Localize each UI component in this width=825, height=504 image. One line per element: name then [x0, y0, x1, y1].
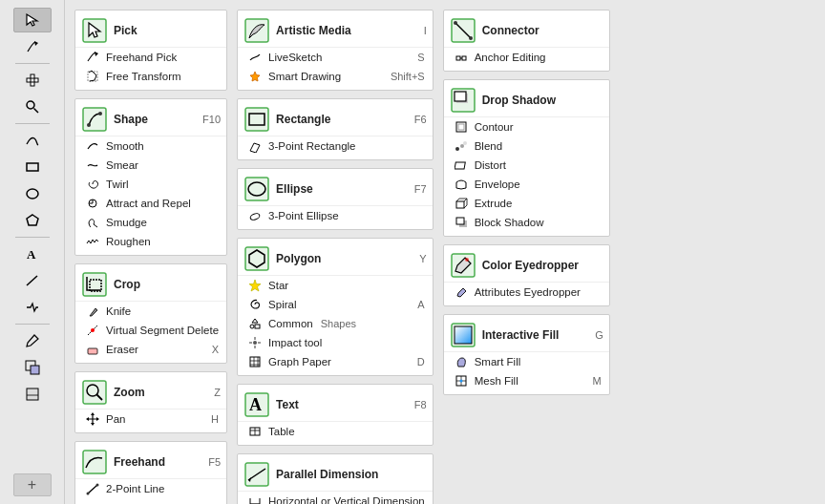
- pan-item[interactable]: Pan H: [75, 410, 226, 429]
- polygon-header[interactable]: Polygon Y: [238, 242, 433, 276]
- svg-rect-2: [27, 78, 31, 82]
- roughen-icon: [85, 234, 100, 249]
- block-shadow-item[interactable]: Block Shadow: [444, 213, 609, 232]
- polygon-tool-btn[interactable]: [13, 208, 52, 233]
- anchor-editing-item[interactable]: Anchor Editing: [444, 48, 609, 67]
- artistic-media-shortcut: I: [424, 25, 427, 36]
- shape-group-header[interactable]: Shape F10: [75, 103, 226, 136]
- freehand-tool-btn[interactable]: [13, 128, 52, 153]
- smart-drawing-item[interactable]: Smart Drawing Shift+S: [238, 67, 433, 86]
- zoom-group-title: Zoom: [114, 386, 145, 399]
- spiral-item[interactable]: Spiral A: [238, 295, 433, 314]
- rectangle-header[interactable]: Rectangle F6: [238, 103, 433, 136]
- smudge-item[interactable]: Smudge: [75, 213, 226, 232]
- attract-repel-label: Attract and Repel: [106, 198, 191, 209]
- artistic-media-header[interactable]: Artistic Media I: [238, 14, 433, 48]
- attributes-eyedropper-item[interactable]: Attributes Eyedropper: [444, 283, 609, 302]
- spiral-label: Spiral: [268, 299, 296, 310]
- svg-marker-1: [34, 41, 38, 46]
- text-tool-btn[interactable]: A: [13, 242, 52, 266]
- add-tool-btn[interactable]: +: [13, 473, 52, 496]
- tool-column-1: Pick Freehand Pick: [74, 10, 227, 494]
- line-tool-btn[interactable]: [13, 268, 52, 293]
- ellipse-tool-btn[interactable]: [13, 181, 52, 206]
- freehand-group-shortcut: F5: [208, 456, 221, 468]
- pan-shortcut: H: [211, 413, 219, 425]
- table-item[interactable]: Table: [238, 422, 433, 441]
- extrude-item[interactable]: Extrude: [444, 194, 609, 213]
- spiral-shortcut: A: [417, 299, 424, 310]
- block-shadow-label: Block Shadow: [475, 217, 544, 228]
- freehand-group-header[interactable]: Freehand F5: [75, 446, 226, 479]
- smooth-item[interactable]: Smooth: [75, 136, 226, 156]
- free-transform-item[interactable]: Free Transform: [75, 67, 226, 86]
- roughen-item[interactable]: Roughen: [75, 232, 226, 251]
- rectangle-tool-btn[interactable]: [13, 155, 52, 179]
- livesketch-item[interactable]: LiveSketch S: [238, 48, 433, 67]
- contour-item[interactable]: Contour: [444, 117, 609, 136]
- eraser-item[interactable]: Eraser X: [75, 340, 226, 359]
- horiz-vert-dim-icon: [247, 494, 263, 504]
- graph-paper-item[interactable]: Graph Paper D: [238, 352, 433, 371]
- impact-tool-item[interactable]: Impact tool: [238, 333, 433, 352]
- svg-point-22: [87, 123, 91, 127]
- shape-group-title: Shape: [114, 113, 148, 126]
- mesh-fill-icon: [454, 373, 469, 388]
- connector-icon: [450, 17, 476, 44]
- dimension-header[interactable]: Parallel Dimension: [238, 458, 433, 492]
- eraser-icon: [85, 342, 100, 357]
- text-header[interactable]: A Text F8: [238, 388, 433, 422]
- fill-tool-btn[interactable]: [13, 355, 52, 380]
- svg-rect-31: [88, 348, 97, 354]
- svg-rect-21: [83, 108, 106, 131]
- eyedropper-header[interactable]: Color Eyedropper: [444, 249, 609, 283]
- connector-header[interactable]: Connector: [444, 14, 609, 48]
- eyedropper-group-title: Color Eyedropper: [482, 259, 579, 272]
- node-edit-btn[interactable]: [13, 68, 52, 93]
- attract-repel-item[interactable]: Attract and Repel: [75, 194, 226, 213]
- horiz-vert-dim-item[interactable]: Horizontal or Vertical Dimension: [238, 492, 433, 504]
- crop-group-title: Crop: [114, 278, 140, 291]
- smudge-label: Smudge: [106, 217, 147, 228]
- common-shapes-item[interactable]: Common Shapes: [238, 314, 433, 333]
- svg-point-94: [460, 144, 464, 148]
- shape-group-shortcut: F10: [202, 114, 221, 125]
- blend-item[interactable]: Blend: [444, 136, 609, 156]
- mesh-fill-item[interactable]: Mesh Fill M: [444, 371, 609, 390]
- artistic-media-group: Artistic Media I LiveSketch S Smart Draw…: [237, 10, 434, 91]
- select-tool-btn[interactable]: [13, 8, 52, 32]
- smooth-label: Smooth: [106, 140, 144, 152]
- eyedropper-btn[interactable]: [13, 328, 52, 353]
- pick-group-header[interactable]: Pick: [75, 14, 226, 48]
- smear-item[interactable]: Smear: [75, 156, 226, 175]
- knife-item[interactable]: Knife: [75, 302, 226, 321]
- zoom-group-header[interactable]: Zoom Z: [75, 376, 226, 410]
- text-shortcut: F8: [414, 399, 427, 410]
- envelope-item[interactable]: Envelope: [444, 175, 609, 194]
- svg-rect-39: [83, 451, 106, 473]
- ellipse-header[interactable]: Ellipse F7: [238, 173, 433, 206]
- fill-group-icon: [450, 322, 476, 348]
- two-point-line-item[interactable]: 2-Point Line: [75, 479, 226, 498]
- contour-label: Contour: [475, 121, 514, 133]
- star-item[interactable]: Star: [238, 276, 433, 295]
- three-point-rect-item[interactable]: 3-Point Rectangle: [238, 136, 433, 156]
- crop-group-header[interactable]: Crop: [75, 268, 226, 302]
- connector-tool-btn[interactable]: [13, 295, 52, 320]
- distort-item[interactable]: Distort: [444, 156, 609, 175]
- virtual-segment-item[interactable]: Virtual Segment Delete: [75, 321, 226, 340]
- twirl-item[interactable]: Twirl: [75, 175, 226, 194]
- fill-group-header[interactable]: Interactive Fill G: [444, 319, 609, 352]
- svg-marker-19: [95, 52, 98, 56]
- freehand-pick-btn[interactable]: [13, 34, 52, 59]
- zoom-btn[interactable]: [13, 94, 52, 119]
- blend-label: Blend: [475, 140, 502, 152]
- three-point-ellipse-item[interactable]: 3-Point Ellipse: [238, 206, 433, 225]
- connector-title: Connector: [482, 24, 539, 37]
- svg-marker-35: [91, 412, 95, 415]
- smart-fill-item[interactable]: Smart Fill: [444, 352, 609, 371]
- smart-fill-btn[interactable]: [13, 382, 52, 407]
- bezier-item[interactable]: Bézier: [75, 498, 226, 504]
- freehand-pick-item[interactable]: Freehand Pick: [75, 48, 226, 67]
- dropshadow-header[interactable]: Drop Shadow: [444, 84, 609, 117]
